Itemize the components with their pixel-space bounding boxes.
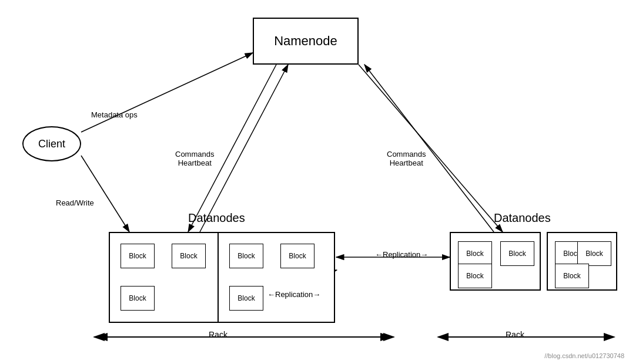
datanode-group-left: Block Block Block — [109, 232, 226, 323]
svg-line-6 — [188, 65, 276, 232]
commands-heartbeat-left-label: CommandsHeartbeat — [175, 150, 214, 167]
watermark: //blog.csdn.net/u012730748 — [544, 352, 624, 359]
commands-heartbeat-right-label: CommandsHeartbeat — [387, 150, 426, 167]
datanode-group-right1: Block Block Block — [450, 232, 541, 291]
datanodes-right-label: Datanodes — [494, 211, 551, 225]
block-r1-2: Block — [500, 241, 534, 266]
block-mid-1: Block — [229, 244, 263, 268]
block-mid-2: Block — [280, 244, 315, 268]
rack1-label: Rack — [209, 330, 227, 339]
block-r2-3: Block — [555, 264, 589, 288]
client-node: Client — [22, 126, 81, 161]
svg-line-4 — [81, 53, 253, 132]
block-r1-3: Block — [458, 264, 492, 288]
block-r1-1: Block — [458, 241, 492, 266]
rack2-label: Rack — [506, 330, 524, 339]
block-r2-2: Block — [577, 241, 611, 266]
datanode-group-mid: Block Block Block — [218, 232, 335, 323]
svg-line-8 — [359, 65, 503, 232]
diagram: Namenode Client Metadata ops Read/Write … — [0, 0, 629, 364]
svg-line-5 — [200, 65, 288, 232]
datanode-group-right2: Block Block Block — [547, 232, 617, 291]
datanodes-left-label: Datanodes — [188, 211, 245, 225]
block-ll-3: Block — [121, 286, 155, 311]
block-mid-3: Block — [229, 286, 263, 311]
read-write-label: Read/Write — [56, 198, 94, 207]
svg-line-7 — [364, 65, 494, 232]
block-ll-2: Block — [172, 244, 206, 268]
client-label: Client — [38, 138, 65, 150]
metadata-ops-label: Metadata ops — [91, 110, 138, 119]
svg-line-9 — [81, 156, 129, 232]
replication-left-label: ←Replication→ — [267, 290, 320, 299]
rack2-arrow — [435, 328, 617, 346]
namenode-label: Namenode — [274, 33, 337, 49]
replication-right-label: ←Replication→ — [375, 250, 428, 259]
block-ll-1: Block — [121, 244, 155, 268]
namenode-node: Namenode — [253, 18, 359, 65]
rack1-arrow — [91, 328, 397, 346]
